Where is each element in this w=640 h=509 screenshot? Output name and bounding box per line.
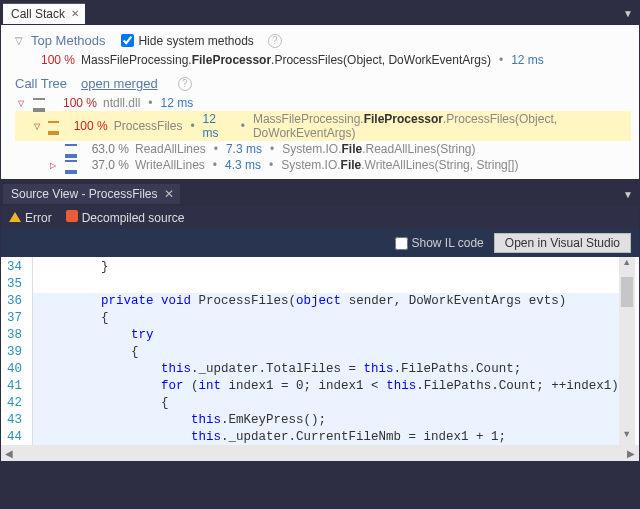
scroll-left-icon[interactable]: ◀	[1, 448, 17, 459]
hide-system-checkbox-input[interactable]	[121, 34, 134, 47]
chevron-down-icon: ▽	[15, 35, 23, 46]
top-method-row[interactable]: 100 % MassFileProcessing.FileProcessor.P…	[15, 52, 631, 68]
code-editor: 3435363738394041424344 } private void Pr…	[1, 257, 639, 445]
horizontal-scrollbar[interactable]: ◀ ▶	[1, 445, 639, 461]
line-number-gutter: 3435363738394041424344	[1, 257, 33, 445]
line-number: 40	[7, 361, 22, 378]
percent-value: 100 %	[53, 96, 97, 110]
line-number: 41	[7, 378, 22, 395]
show-il-checkbox[interactable]: Show IL code	[395, 236, 484, 250]
open-merged-link[interactable]: open merged	[81, 76, 158, 91]
collapse-icon[interactable]: ▽	[31, 122, 42, 131]
call-stack-tabbar: Call Stack ✕ ▼	[1, 1, 639, 25]
line-number: 35	[7, 276, 22, 293]
method-signature: MassFileProcessing.FileProcessor.Process…	[81, 53, 491, 67]
hide-system-methods-checkbox[interactable]: Hide system methods	[121, 34, 253, 48]
call-tree-row[interactable]: ▷37.0 %WriteAllLines•4.3 ms•System.IO.Fi…	[15, 157, 631, 173]
line-number: 34	[7, 259, 22, 276]
percent-value: 37.0 %	[85, 158, 129, 172]
call-tree: ▽100 %ntdll.dll•12 ms▽100 %ProcessFiles•…	[15, 95, 631, 173]
time-value: 7.3 ms	[226, 142, 262, 156]
code-line: for (int index1 = 0; index1 < this.FileP…	[33, 378, 619, 395]
stack-frame-icon	[65, 144, 77, 154]
method-signature: System.IO.File.WriteAllLines(String, Str…	[281, 158, 518, 172]
source-status-bar: Error Decompiled source	[1, 206, 639, 229]
call-tree-row[interactable]: 63.0 %ReadAllLines•7.3 ms•System.IO.File…	[15, 141, 631, 157]
collapse-icon[interactable]: ▽	[15, 99, 27, 108]
code-line: this.EmKeyPress();	[33, 412, 619, 429]
time-value: 12 ms	[511, 53, 544, 67]
method-name: ReadAllLines	[135, 142, 206, 156]
code-line: this._updater.CurrentFileNmb = index1 + …	[33, 429, 619, 445]
call-tree-row[interactable]: ▽100 %ProcessFiles•12 ms•MassFileProcess…	[15, 111, 631, 141]
code-line: private void ProcessFiles(object sender,…	[33, 293, 619, 310]
tab-label: Call Stack	[11, 7, 65, 21]
close-icon[interactable]: ✕	[164, 187, 174, 201]
scroll-right-icon[interactable]: ▶	[623, 448, 639, 459]
code-line: {	[33, 395, 619, 412]
scrollbar-thumb[interactable]	[621, 277, 633, 307]
source-toolbar: Show IL code Open in Visual Studio	[1, 229, 639, 257]
help-icon[interactable]: ?	[268, 34, 282, 48]
close-icon[interactable]: ✕	[71, 8, 79, 19]
line-number: 37	[7, 310, 22, 327]
code-line: try	[33, 327, 619, 344]
method-signature: System.IO.File.ReadAllLines(String)	[282, 142, 475, 156]
stack-frame-icon	[65, 160, 77, 170]
percent-value: 100 %	[67, 119, 108, 133]
top-methods-header[interactable]: ▽ Top Methods Hide system methods ?	[15, 29, 631, 52]
warning-icon	[9, 212, 21, 222]
code-line: }	[33, 259, 619, 276]
scroll-up-icon[interactable]: ▲	[619, 257, 635, 273]
method-name: ntdll.dll	[103, 96, 140, 110]
time-value: 4.3 ms	[225, 158, 261, 172]
method-name: ProcessFiles	[114, 119, 183, 133]
line-number: 36	[7, 293, 22, 310]
panel-menu-icon[interactable]: ▼	[617, 8, 639, 19]
decompiled-source-indicator[interactable]: Decompiled source	[66, 210, 185, 225]
percent-value: 63.0 %	[85, 142, 129, 156]
tab-source-view[interactable]: Source View - ProcessFiles ✕	[3, 184, 180, 204]
call-tree-row[interactable]: ▽100 %ntdll.dll•12 ms	[15, 95, 631, 111]
section-title-text: Call Tree	[15, 76, 67, 91]
hide-system-label: Hide system methods	[138, 34, 253, 48]
open-in-visual-studio-button[interactable]: Open in Visual Studio	[494, 233, 631, 253]
vertical-scrollbar[interactable]: ▲ ▼	[619, 257, 635, 445]
error-indicator[interactable]: Error	[9, 211, 52, 225]
tab-label: Source View - ProcessFiles	[11, 187, 158, 201]
code-line	[33, 276, 619, 293]
line-number: 38	[7, 327, 22, 344]
panel-menu-icon[interactable]: ▼	[617, 189, 639, 200]
method-signature: MassFileProcessing.FileProcessor.Process…	[253, 112, 631, 140]
line-number: 43	[7, 412, 22, 429]
call-tree-header: Call Tree open merged ?	[15, 68, 631, 95]
expand-icon[interactable]: ▷	[47, 161, 59, 170]
source-view-panel: Source View - ProcessFiles ✕ ▼ Error Dec…	[0, 182, 640, 462]
show-il-input[interactable]	[395, 237, 408, 250]
tab-call-stack[interactable]: Call Stack ✕	[3, 3, 85, 24]
help-icon[interactable]: ?	[178, 77, 192, 91]
line-number: 39	[7, 344, 22, 361]
code-area[interactable]: } private void ProcessFiles(object sende…	[33, 257, 619, 445]
method-name: WriteAllLines	[135, 158, 205, 172]
time-value: 12 ms	[203, 112, 233, 140]
section-title-text: Top Methods	[31, 33, 105, 48]
percent-value: 100 %	[31, 53, 75, 67]
code-line: {	[33, 344, 619, 361]
stack-frame-icon	[33, 98, 45, 108]
call-stack-panel: Call Stack ✕ ▼ ▽ Top Methods Hide system…	[0, 0, 640, 180]
time-value: 12 ms	[161, 96, 194, 110]
code-line: {	[33, 310, 619, 327]
line-number: 42	[7, 395, 22, 412]
line-number: 44	[7, 429, 22, 445]
scroll-down-icon[interactable]: ▼	[619, 429, 635, 445]
stack-frame-icon	[48, 121, 59, 131]
source-view-tabbar: Source View - ProcessFiles ✕ ▼	[1, 182, 639, 206]
code-line: this._updater.TotalFiles = this.FilePath…	[33, 361, 619, 378]
decompiled-icon	[66, 210, 78, 222]
